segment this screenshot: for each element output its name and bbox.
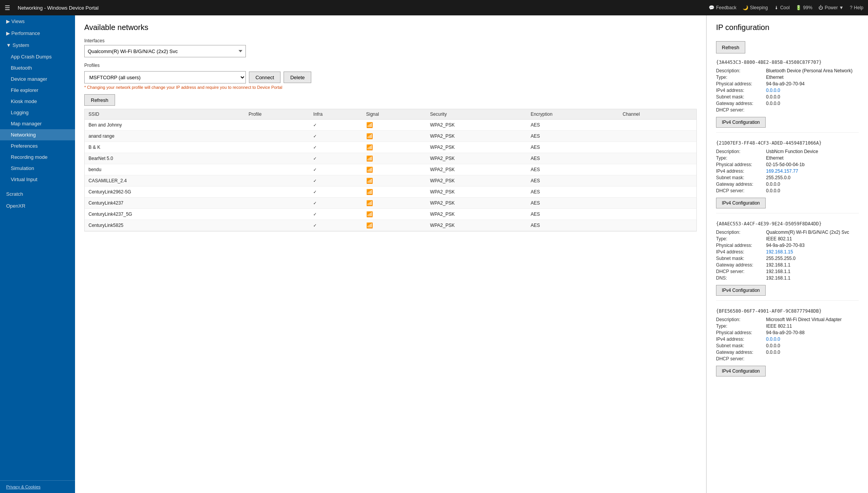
privacy-cookies-link[interactable]: Privacy & Cookies <box>6 485 40 489</box>
cell-security: WPA2_PSK <box>426 187 527 198</box>
feedback-button[interactable]: 💬 Feedback <box>709 5 736 10</box>
col-ssid: SSID <box>85 109 245 120</box>
cell-profile <box>245 131 309 142</box>
sidebar-item-bluetooth[interactable]: Bluetooth <box>0 62 75 73</box>
networks-table: SSID Profile Infra Signal Security Encry… <box>85 109 696 231</box>
cell-profile <box>245 164 309 175</box>
adapter-type-row: Type: IEEE 802.11 <box>716 236 859 242</box>
adapter-type-row: Type: IEEE 802.11 <box>716 323 859 329</box>
adapter-subnet-row: Subnet mask: 0.0.0.0 <box>716 94 859 100</box>
performance-section-label: ▶ Performance <box>6 30 40 36</box>
table-row[interactable]: bendu ✓ 📶 WPA2_PSK AES <box>85 164 696 175</box>
cell-channel <box>619 209 696 220</box>
power-button[interactable]: ⏻ Power ▼ <box>818 5 843 10</box>
interfaces-dropdown[interactable]: Qualcomm(R) Wi-Fi B/G/N/AC (2x2) Svc <box>84 45 246 57</box>
cell-encryption: AES <box>527 120 619 131</box>
hamburger-menu[interactable]: ☰ <box>5 4 10 12</box>
adapter-type-row: Type: Ethernet <box>716 75 859 80</box>
adapter-id: {3A4453C3-8800-4BE2-885B-43508C87F707} <box>716 60 859 65</box>
cell-encryption: AES <box>527 187 619 198</box>
cell-profile <box>245 198 309 209</box>
adapter-type-row: Type: Ethernet <box>716 155 859 161</box>
app-title: Networking - Windows Device Portal <box>18 5 704 11</box>
sidebar-item-map-manager[interactable]: Map manager <box>0 118 75 129</box>
adapter-gateway-row: Gateway address: 0.0.0.0 <box>716 101 859 106</box>
sidebar-section-scratch[interactable]: Scratch <box>0 188 75 200</box>
table-row[interactable]: CenturyLink5825 ✓ 📶 WPA2_PSK AES <box>85 220 696 231</box>
help-button[interactable]: ? Help <box>850 5 863 10</box>
cell-profile <box>245 175 309 187</box>
ip-adapter-1: {21D07EF3-FF48-4CF3-ADED-44594871066A} D… <box>716 140 859 213</box>
sidebar-item-networking[interactable]: Networking <box>0 129 75 140</box>
adapter-dhcp-row: DHCP server: <box>716 356 859 361</box>
ipv4-config-button-3[interactable]: IPv4 Configuration <box>716 366 766 376</box>
cell-profile <box>245 220 309 231</box>
sleeping-status: 🌙 Sleeping <box>743 5 768 10</box>
table-row[interactable]: anand range ✓ 📶 WPA2_PSK AES <box>85 131 696 142</box>
adapter-dhcp-row: DHCP server: 0.0.0.0 <box>716 188 859 193</box>
adapter-physical-row: Physical address: 94-9a-a9-20-70-94 <box>716 81 859 87</box>
topbar-actions: 💬 Feedback 🌙 Sleeping 🌡 Cool 🔋99% ⏻ Powe… <box>709 5 863 10</box>
adapter-physical-row: Physical address: 94-9a-a9-20-70-83 <box>716 243 859 248</box>
table-row[interactable]: CenturyLink4237 ✓ 📶 WPA2_PSK AES <box>85 198 696 209</box>
cell-channel <box>619 175 696 187</box>
col-profile: Profile <box>245 109 309 120</box>
sidebar-item-app-crash-dumps[interactable]: App Crash Dumps <box>0 51 75 62</box>
networks-refresh-button[interactable]: Refresh <box>84 94 115 106</box>
cell-ssid: Ben and Johnny <box>85 120 245 131</box>
ip-adapter-3: {BFE56580-06F7-4901-AF0F-9C88777948DB} D… <box>716 308 859 376</box>
connect-button[interactable]: Connect <box>249 72 280 83</box>
ip-config-panel: IP configuration Refresh {3A4453C3-8800-… <box>706 15 868 493</box>
cell-signal: 📶 <box>362 120 426 131</box>
ipv4-config-button-1[interactable]: IPv4 Configuration <box>716 198 766 208</box>
sidebar-section-views[interactable]: ▶ Views <box>0 15 75 27</box>
cell-signal: 📶 <box>362 220 426 231</box>
sidebar-item-logging[interactable]: Logging <box>0 107 75 118</box>
ipv4-config-button-2[interactable]: IPv4 Configuration <box>716 285 766 296</box>
table-row[interactable]: Ben and Johnny ✓ 📶 WPA2_PSK AES <box>85 120 696 131</box>
cell-signal: 📶 <box>362 142 426 153</box>
cell-ssid: BearNet 5.0 <box>85 153 245 164</box>
networks-table-container: SSID Profile Infra Signal Security Encry… <box>84 109 697 232</box>
sidebar-section-performance[interactable]: ▶ Performance <box>0 27 75 39</box>
cell-infra: ✓ <box>309 153 362 164</box>
sidebar-item-simulation[interactable]: Simulation <box>0 163 75 174</box>
table-row[interactable]: B & K ✓ 📶 WPA2_PSK AES <box>85 142 696 153</box>
cell-security: WPA2_PSK <box>426 220 527 231</box>
cell-channel <box>619 131 696 142</box>
adapter-gateway-row: Gateway address: 192.168.1.1 <box>716 262 859 268</box>
sidebar-item-recording-mode[interactable]: Recording mode <box>0 152 75 163</box>
cell-signal: 📶 <box>362 187 426 198</box>
cell-security: WPA2_PSK <box>426 131 527 142</box>
cell-channel <box>619 220 696 231</box>
table-row[interactable]: CenturyLink2962-5G ✓ 📶 WPA2_PSK AES <box>85 187 696 198</box>
interfaces-label: Interfaces <box>84 38 697 43</box>
sidebar-section-system[interactable]: ▼ System <box>0 39 75 51</box>
cell-channel <box>619 187 696 198</box>
profiles-row: MSFTCORP (all users) Connect Delete <box>84 71 697 83</box>
cell-infra: ✓ <box>309 220 362 231</box>
cell-profile <box>245 209 309 220</box>
table-row[interactable]: CASAMILLER_2.4 ✓ 📶 WPA2_PSK AES <box>85 175 696 187</box>
table-row[interactable]: BearNet 5.0 ✓ 📶 WPA2_PSK AES <box>85 153 696 164</box>
ip-config-refresh-button[interactable]: Refresh <box>716 41 745 53</box>
ipv4-config-button-0[interactable]: IPv4 Configuration <box>716 117 766 128</box>
delete-button[interactable]: Delete <box>284 72 311 83</box>
cell-infra: ✓ <box>309 120 362 131</box>
profiles-dropdown[interactable]: MSFTCORP (all users) <box>84 71 246 83</box>
sidebar-section-openxr[interactable]: OpenXR <box>0 200 75 212</box>
cell-security: WPA2_PSK <box>426 175 527 187</box>
sidebar-item-device-manager[interactable]: Device manager <box>0 73 75 85</box>
sidebar-item-virtual-input[interactable]: Virtual Input <box>0 174 75 185</box>
cell-channel <box>619 120 696 131</box>
cell-encryption: AES <box>527 131 619 142</box>
table-row[interactable]: CenturyLink4237_5G ✓ 📶 WPA2_PSK AES <box>85 209 696 220</box>
cell-security: WPA2_PSK <box>426 142 527 153</box>
sidebar-item-preferences[interactable]: Preferences <box>0 140 75 152</box>
adapter-subnet-row: Subnet mask: 0.0.0.0 <box>716 343 859 348</box>
sidebar-item-kiosk-mode[interactable]: Kiosk mode <box>0 96 75 107</box>
cell-signal: 📶 <box>362 164 426 175</box>
sidebar-item-file-explorer[interactable]: File explorer <box>0 85 75 96</box>
cell-profile <box>245 142 309 153</box>
cell-channel <box>619 164 696 175</box>
